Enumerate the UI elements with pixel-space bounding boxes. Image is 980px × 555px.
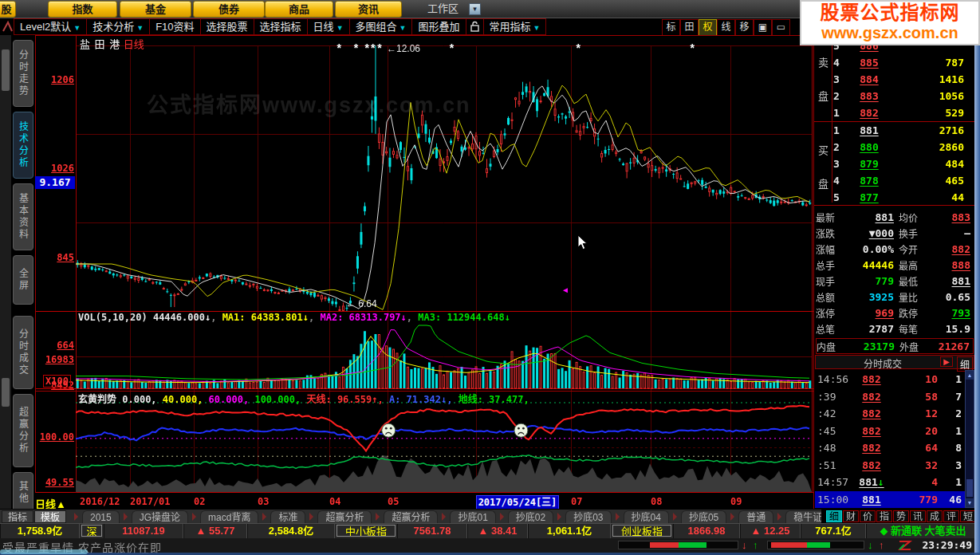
- stat-label: 每笔: [894, 322, 929, 336]
- tick-row[interactable]: 14:57881↓41: [815, 474, 965, 490]
- tab-separator: [557, 513, 561, 521]
- template-tab-10[interactable]: 抄底04: [624, 510, 669, 524]
- toolbar-item-7[interactable]: 多图组合▼: [349, 18, 413, 35]
- status-cell-8: ▲ 38.41: [467, 524, 528, 538]
- mini-tab-价[interactable]: 价: [860, 510, 876, 522]
- mini-tab-细[interactable]: 细: [826, 510, 842, 522]
- workspace-menu-icon[interactable]: ▾: [469, 3, 481, 15]
- sidebar-tab-7[interactable]: 其他: [13, 472, 33, 514]
- window-restore-icon[interactable]: ▣: [754, 19, 772, 36]
- tick-row[interactable]: 14:56882101: [815, 371, 965, 388]
- sidebar-tab-1[interactable]: 分时走势: [13, 40, 33, 107]
- tick-header-title: 分时成交: [864, 356, 902, 370]
- template-tab-4[interactable]: 标准: [270, 510, 305, 524]
- tick-row[interactable]: :51882323: [815, 457, 965, 474]
- tick-row[interactable]: :45882201: [815, 423, 965, 439]
- mini-tab-讯[interactable]: 讯: [910, 510, 926, 522]
- menu-item-4[interactable]: 商品: [265, 1, 333, 18]
- mini-tab-成[interactable]: 成: [927, 510, 943, 522]
- sidebar-tab-3[interactable]: 基本资料: [13, 183, 33, 250]
- template-tab-2[interactable]: JG操盘论: [132, 510, 188, 524]
- tick-volume: 4: [892, 476, 938, 488]
- template-tab-6[interactable]: 超赢分析: [384, 510, 438, 524]
- menu-item-partial[interactable]: 股: [0, 1, 16, 18]
- toolbar-item-10[interactable]: 常用指标▼: [483, 18, 547, 35]
- stat-value: 23179: [845, 340, 895, 352]
- tool-icon-标[interactable]: 标: [662, 19, 680, 36]
- tab-separator: [442, 513, 446, 521]
- menu-item-5[interactable]: 资讯: [335, 1, 402, 18]
- mini-tab-指[interactable]: 指: [876, 510, 892, 522]
- toolbar-item-3[interactable]: F10资料: [149, 18, 200, 35]
- bid-row-1[interactable]: 18812716: [833, 122, 975, 139]
- tick-row[interactable]: 15:0088177946: [815, 491, 965, 508]
- toolbar-item-5[interactable]: 选择指标: [254, 18, 308, 35]
- toolbar-item-4[interactable]: 选择股票: [200, 18, 254, 35]
- ask-row-1[interactable]: 1882529: [833, 104, 975, 121]
- tick-row[interactable]: :42882122: [815, 405, 965, 422]
- low-price-note: ← 6.64: [346, 298, 377, 309]
- price-tick-label: 1206: [35, 74, 76, 85]
- ask-row-4[interactable]: 4885787: [833, 54, 975, 71]
- template-tab-5[interactable]: 超赢分析: [317, 510, 372, 524]
- menu-item-3[interactable]: 债券: [193, 1, 265, 18]
- template-tab-7[interactable]: 抄底01: [450, 510, 495, 524]
- ask-row-3[interactable]: 38841416: [833, 71, 975, 88]
- mini-tab-评[interactable]: 评: [943, 510, 959, 522]
- toolbar-item-1[interactable]: Level2默认▼: [14, 18, 87, 35]
- sidebar-tab-5[interactable]: 分时成交: [13, 316, 33, 389]
- tick-row[interactable]: :39882587: [815, 388, 965, 405]
- tick-scrollbar[interactable]: ▲▼: [965, 370, 974, 508]
- tick-price: 882: [851, 407, 892, 419]
- volume-tick-label: 16983: [35, 354, 76, 365]
- template-tab-11[interactable]: 抄底05: [681, 510, 726, 524]
- bid-row-5[interactable]: 587744: [833, 189, 975, 206]
- tick-time: :48: [815, 442, 851, 454]
- stats-row: 总手44446最高888: [816, 257, 974, 273]
- workspace-label[interactable]: 工作区: [427, 0, 459, 18]
- vol-label-part: MA3: 112944.648↓: [418, 312, 510, 323]
- tool-icon-权[interactable]: 权: [699, 19, 717, 36]
- status-cell-4: ▲ 55.77: [183, 524, 247, 538]
- tick-count: 1: [938, 476, 965, 488]
- tick-row[interactable]: :48882648: [815, 439, 965, 456]
- sidebar-tab-2[interactable]: 技术分析: [13, 112, 33, 179]
- unlock-icon[interactable]: [466, 18, 484, 35]
- stat-label: 总额: [816, 290, 844, 304]
- indicator-tick-label: 100.00: [35, 431, 76, 443]
- template-tab-8[interactable]: 抄底02: [508, 510, 553, 524]
- ask-row-2[interactable]: 28831056: [833, 88, 975, 104]
- window-minimize-icon[interactable]: ▭: [772, 19, 790, 36]
- sidebar-tab-6[interactable]: 超赢分析: [13, 394, 33, 467]
- menu-item-1[interactable]: 指数: [48, 1, 117, 18]
- price-tick-label: 664: [35, 340, 76, 351]
- mini-tab-势[interactable]: 势: [893, 510, 909, 522]
- panel-switch-模板[interactable]: 模板: [34, 510, 66, 523]
- toolbar-item-8[interactable]: 图形叠加: [411, 18, 466, 35]
- bid-row-4[interactable]: 4878465: [833, 172, 975, 189]
- template-tab-9[interactable]: 抄底03: [565, 510, 611, 524]
- ob-level: 4: [833, 175, 846, 187]
- template-tab-12[interactable]: 普通: [738, 510, 773, 524]
- panel-switch-指标[interactable]: 指标: [2, 510, 33, 523]
- scroll-down-icon[interactable]: ▼: [966, 498, 974, 507]
- scroll-thumb[interactable]: [966, 479, 973, 497]
- expand-icon[interactable]: ▶: [940, 356, 953, 367]
- status-cell-11: 1866.98: [673, 524, 740, 538]
- tool-icon-田[interactable]: 田: [680, 19, 699, 36]
- bid-row-2[interactable]: 28802860: [833, 139, 975, 155]
- app-window: 股指数基金债券商品资讯工作区▾ Level2默认▼技术分析▼F10资料选择股票选…: [0, 0, 980, 555]
- ind-label-part: 100.000,: [254, 394, 306, 405]
- template-tab-3[interactable]: macd背离: [200, 510, 258, 524]
- mini-tab-短[interactable]: 短: [960, 510, 976, 522]
- bid-row-3[interactable]: 3879484: [833, 155, 975, 172]
- mini-tab-财[interactable]: 财: [843, 510, 859, 522]
- toolbar-item-6[interactable]: 日线▼: [307, 18, 350, 35]
- toolbar-item-2[interactable]: 技术分析▼: [86, 18, 150, 35]
- tool-icon-线[interactable]: 线: [717, 19, 735, 36]
- menu-item-2[interactable]: 基金: [120, 1, 191, 18]
- tool-icon-移[interactable]: 移: [735, 19, 754, 36]
- template-tab-1[interactable]: 2015: [82, 510, 120, 524]
- scroll-up-icon[interactable]: ▲: [966, 371, 974, 380]
- sidebar-tab-4[interactable]: 全屏: [13, 255, 33, 305]
